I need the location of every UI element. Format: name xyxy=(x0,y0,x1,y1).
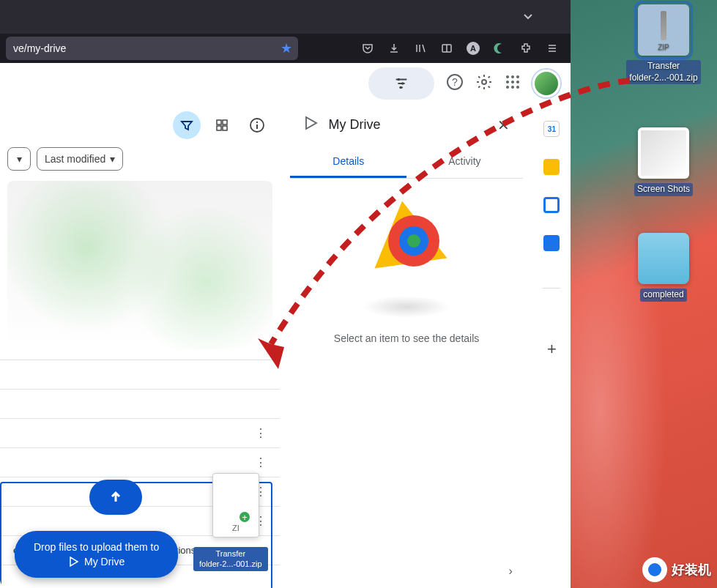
menu-icon[interactable] xyxy=(546,42,559,55)
watermark-text: 好装机 xyxy=(672,561,711,578)
svg-point-8 xyxy=(511,75,514,78)
upload-line1: Drop files to upload them to xyxy=(34,541,159,553)
help-icon[interactable]: ? xyxy=(446,73,464,94)
more-icon[interactable]: ⋮ xyxy=(255,426,267,440)
more-icon[interactable]: ⋮ xyxy=(255,455,267,469)
svg-rect-17 xyxy=(223,120,227,124)
svg-point-1 xyxy=(398,78,401,81)
svg-point-15 xyxy=(516,86,519,89)
upload-line2: My Drive xyxy=(84,556,125,567)
svg-text:?: ? xyxy=(452,76,458,88)
side-panel: + xyxy=(533,103,571,588)
file-ext: ZIP xyxy=(658,43,669,51)
reader-icon[interactable] xyxy=(440,42,453,55)
last-modified-chip[interactable]: Last modified▾ xyxy=(37,147,123,171)
file-ext: ZI xyxy=(232,524,239,532)
table-row[interactable]: ⋮ xyxy=(0,419,280,448)
svg-point-7 xyxy=(506,75,509,78)
keep-icon[interactable] xyxy=(543,159,560,175)
dragged-file-label: Transfer folder-2...-001.zip xyxy=(193,547,268,571)
file-preview-thumbnail[interactable] xyxy=(7,181,272,349)
drive-header: ? xyxy=(0,63,571,103)
details-panel: My Drive ✕ Details Activity Select an it… xyxy=(290,103,522,588)
details-title: My Drive xyxy=(328,117,380,133)
grid-view-icon[interactable] xyxy=(208,111,236,139)
pocket-icon[interactable] xyxy=(361,42,374,55)
table-row[interactable] xyxy=(0,360,280,390)
svg-point-13 xyxy=(506,86,509,89)
logo-shadow xyxy=(363,296,450,318)
add-icon[interactable]: + xyxy=(547,340,557,359)
browser-tab-bar xyxy=(0,0,571,34)
plus-badge-icon: + xyxy=(238,510,251,524)
svg-point-14 xyxy=(511,86,514,89)
watermark-icon xyxy=(642,557,667,582)
divider xyxy=(543,288,560,289)
advanced-search-button[interactable] xyxy=(368,67,434,100)
svg-point-11 xyxy=(511,81,514,83)
chevron-right-icon[interactable]: › xyxy=(508,565,512,578)
info-icon[interactable] xyxy=(243,111,271,139)
dragged-file-icon[interactable]: ZI + xyxy=(212,473,259,537)
close-icon[interactable]: ✕ xyxy=(497,116,510,134)
upload-cloud-icon xyxy=(89,480,142,515)
watermark: 好装机 xyxy=(642,557,711,582)
calendar-icon[interactable] xyxy=(543,121,560,137)
svg-point-10 xyxy=(506,81,509,83)
contacts-icon[interactable] xyxy=(543,235,560,251)
apps-grid-icon[interactable] xyxy=(505,74,521,93)
desktop-background: ZIP Transferfolder-2...-001.zip Screen S… xyxy=(571,0,717,588)
svg-rect-19 xyxy=(223,126,227,130)
folder-label: completed xyxy=(640,289,686,302)
drive-icon xyxy=(303,115,319,135)
browser-toolbar: ve/my-drive ★ A xyxy=(0,34,571,63)
svg-point-21 xyxy=(256,122,258,123)
moon-icon[interactable] xyxy=(493,42,506,55)
desktop-zip-file[interactable]: ZIP Transferfolder-2...-001.zip xyxy=(623,4,704,84)
folder-label: Screen Shots xyxy=(634,183,693,196)
svg-rect-16 xyxy=(217,120,221,124)
url-input[interactable]: ve/my-drive ★ xyxy=(6,37,298,60)
filter-chip-dropdown[interactable]: ▾ xyxy=(7,147,31,171)
chip-label: Last modified xyxy=(45,153,105,165)
details-tabs: Details Activity xyxy=(290,146,522,179)
url-text: ve/my-drive xyxy=(13,42,66,54)
svg-point-3 xyxy=(399,86,402,89)
svg-rect-18 xyxy=(217,126,221,130)
drive-logo-icon xyxy=(363,193,450,281)
download-icon[interactable] xyxy=(387,42,401,55)
filter-button[interactable] xyxy=(173,111,201,139)
chevron-down-icon: ▾ xyxy=(110,153,115,165)
bookmark-star-icon[interactable]: ★ xyxy=(281,40,292,56)
tab-activity[interactable]: Activity xyxy=(406,146,523,178)
svg-point-12 xyxy=(516,81,519,83)
upload-tooltip: Drop files to upload them to My Drive xyxy=(15,531,178,578)
svg-point-2 xyxy=(401,82,404,85)
tab-details[interactable]: Details xyxy=(290,146,406,178)
a-badge-icon[interactable]: A xyxy=(467,42,480,55)
extension-icon[interactable] xyxy=(519,42,532,55)
desktop-screenshots-folder[interactable]: Screen Shots xyxy=(623,127,704,196)
library-icon[interactable] xyxy=(414,42,427,55)
settings-gear-icon[interactable] xyxy=(475,73,493,94)
desktop-completed-folder[interactable]: completed xyxy=(623,233,704,302)
svg-point-6 xyxy=(482,80,486,84)
table-row[interactable] xyxy=(0,390,280,419)
svg-point-9 xyxy=(516,75,519,78)
account-avatar[interactable] xyxy=(532,70,560,97)
empty-message: Select an item to see the details xyxy=(334,332,479,344)
svg-rect-22 xyxy=(256,124,258,129)
tasks-icon[interactable] xyxy=(543,197,560,213)
tabs-dropdown-icon[interactable] xyxy=(521,9,535,26)
